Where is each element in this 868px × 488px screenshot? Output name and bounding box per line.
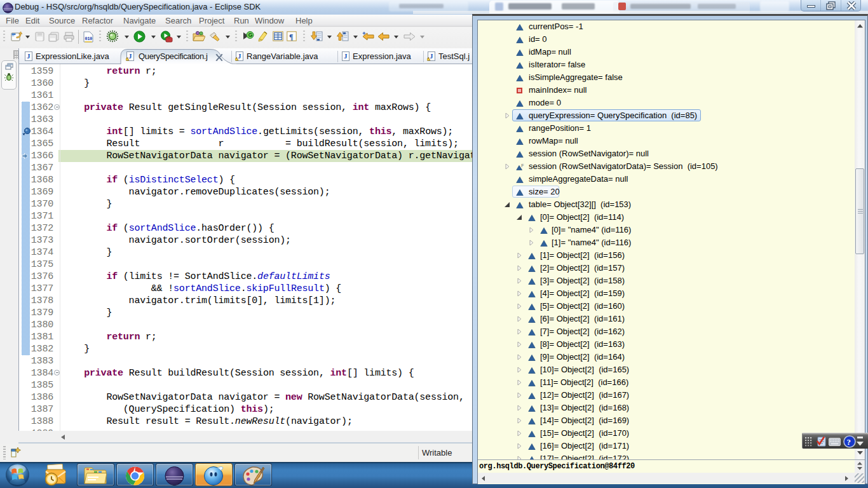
svg-text:J: J <box>344 52 348 60</box>
svg-text:J: J <box>27 52 31 60</box>
svg-text:J: J <box>430 52 433 60</box>
svg-text:010: 010 <box>85 37 93 41</box>
svg-text:?: ? <box>847 437 851 447</box>
svg-text:G: G <box>248 32 253 38</box>
svg-text:J: J <box>128 52 132 60</box>
svg-text:F: F <box>521 164 524 168</box>
svg-text:¶: ¶ <box>289 32 293 41</box>
